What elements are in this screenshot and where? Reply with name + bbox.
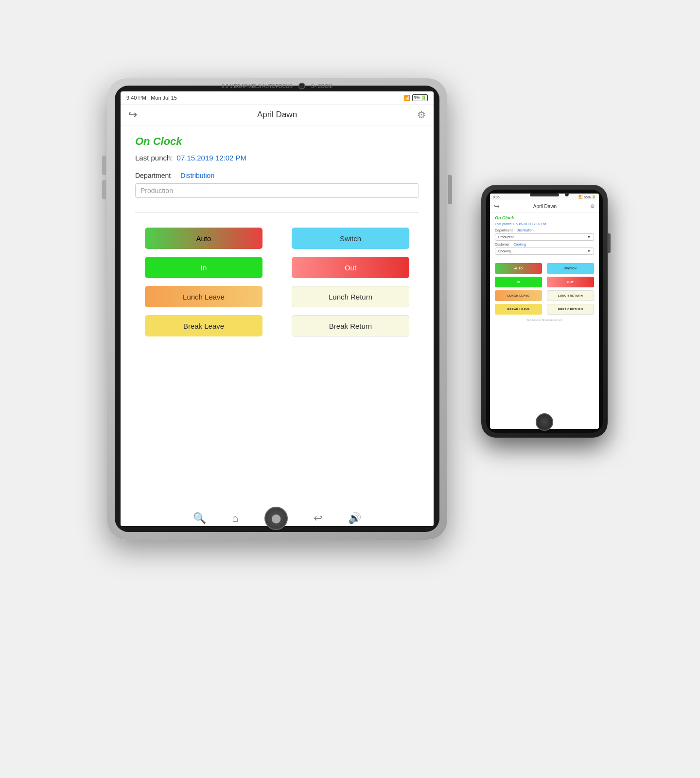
phone-customer-value[interactable]: Cooking — [513, 243, 526, 246]
department-dropdown[interactable]: Production — [135, 183, 419, 198]
tablet-screen: 9:40 PM Mon Jul 15 📶 9% 🔋 ↪ — [121, 91, 434, 526]
in-button[interactable]: In — [145, 257, 262, 278]
content-divider — [135, 212, 419, 213]
phone-auto-button[interactable]: AUTO — [495, 263, 542, 274]
phone-battery-icon: 🔋 — [592, 195, 596, 199]
phone-customer-row: Customer Cooking — [495, 243, 594, 246]
phone-settings-icon[interactable]: ⚙ — [590, 203, 595, 210]
tablet-header: ↪ April Dawn ⚙ — [121, 105, 434, 125]
home-button[interactable]: ⬤ — [264, 507, 288, 530]
phone-break-return-button[interactable]: BREAK RETURN — [547, 304, 594, 315]
tablet-zoom: 5× ZOOM — [311, 84, 332, 89]
home-nav-icon[interactable]: ⌂ — [232, 512, 238, 525]
break-return-button[interactable]: Break Return — [292, 315, 409, 336]
phone-department-dropdown[interactable]: Production ▼ — [495, 233, 594, 241]
phone-front-camera — [565, 193, 569, 196]
on-clock-status: On Clock — [135, 135, 419, 148]
tablet-camera-bar: 6.0 MEGAPIXELS AUTOFOCUS 5× ZOOM — [222, 83, 332, 89]
phone-speaker — [530, 194, 559, 196]
phone-lunch-leave-button[interactable]: LUNCH LEAVE — [495, 290, 542, 301]
tablet-date: Mon Jul 15 — [151, 95, 177, 101]
phone-content: On Clock Last punch: 07-15-2019 12:02 PM… — [490, 212, 599, 429]
phone-battery-percent: 66% — [584, 195, 591, 199]
phone-side-button[interactable] — [608, 233, 611, 253]
switch-button[interactable]: Switch — [292, 228, 409, 249]
scene: 6.0 MEGAPIXELS AUTOFOCUS 5× ZOOM 9:40 PM… — [83, 49, 617, 729]
tablet-power-button[interactable] — [448, 175, 452, 204]
tablet-content: On Clock Last punch: 07.15.2019 12:02 PM… — [121, 125, 434, 526]
phone-last-punch: Last punch: 07-15-2019 12:02 PM — [495, 222, 594, 226]
break-leave-button[interactable]: Break Leave — [145, 315, 262, 336]
home-circle-icon: ⬤ — [271, 513, 281, 524]
lunch-return-button[interactable]: Lunch Return — [292, 286, 409, 307]
tablet-status-bar: 9:40 PM Mon Jul 15 📶 9% 🔋 — [121, 91, 434, 105]
phone-department-row: Department Distribution — [495, 229, 594, 232]
phone-user-name: April Dawn — [533, 204, 557, 209]
phone-status-icons: 📶 66% 🔋 — [578, 195, 596, 199]
phone-tap-hint[interactable]: Tap here to fill entire screen — [495, 318, 594, 321]
department-label: Department — [135, 172, 171, 179]
phone-signal-icon: 📶 — [578, 195, 583, 199]
phone-lunch-return-button[interactable]: LUNCH RETURN — [547, 290, 594, 301]
department-row: Department Distribution — [135, 172, 419, 179]
phone-back-icon[interactable]: ↪ — [494, 202, 500, 210]
tablet-vol-up-button[interactable] — [102, 156, 106, 175]
lunch-leave-button[interactable]: Lunch Leave — [145, 286, 262, 307]
tablet-time: 9:40 PM — [126, 95, 146, 101]
phone-header: ↪ April Dawn ⚙ — [490, 200, 599, 212]
back-nav-icon[interactable]: ↩ — [314, 512, 322, 525]
phone-in-button[interactable]: IN — [495, 277, 542, 287]
last-punch-label: Last punch: — [135, 154, 173, 162]
battery-icon: 🔋 — [421, 95, 426, 100]
battery-percent: 9% — [414, 95, 420, 100]
last-punch-row: Last punch: 07.15.2019 12:02 PM — [135, 154, 419, 162]
tablet-user-name: April Dawn — [257, 110, 297, 120]
phone-on-clock: On Clock — [495, 215, 594, 220]
phone-last-punch-label: Last punch: — [495, 222, 512, 226]
phone-dropdown-arrow: ▼ — [587, 235, 591, 239]
phone-out-button[interactable]: OUT — [547, 277, 594, 287]
phone-customer-label: Customer — [495, 243, 509, 246]
volume-nav-icon[interactable]: 🔊 — [348, 512, 361, 525]
phone-home-button[interactable] — [536, 413, 553, 431]
out-button[interactable]: Out — [292, 257, 409, 278]
phone-switch-button[interactable]: SWITCH — [547, 263, 594, 274]
tablet-camera — [298, 83, 305, 89]
search-nav-icon[interactable]: 🔍 — [193, 512, 206, 525]
auto-button[interactable]: Auto — [145, 228, 262, 249]
tablet-nav-bar: 🔍 ⌂ ⬤ ↩ 🔊 — [180, 507, 374, 530]
phone-department-value[interactable]: Distribution — [517, 229, 534, 232]
phone-customer-dropdown-arrow: ▼ — [587, 249, 591, 253]
back-icon[interactable]: ↪ — [128, 108, 137, 121]
punch-buttons-grid: Auto Switch In Out Lunch Leave Lunch Ret… — [135, 228, 419, 336]
tablet-megapixels: 6.0 MEGAPIXELS AUTOFOCUS — [222, 84, 293, 89]
phone-department-label: Department — [495, 229, 513, 232]
last-punch-value: 07.15.2019 12:02 PM — [177, 154, 246, 162]
department-value[interactable]: Distribution — [180, 172, 214, 179]
phone-customer-dropdown[interactable]: Cooking ▼ — [495, 248, 594, 255]
tablet-device: 6.0 MEGAPIXELS AUTOFOCUS 5× ZOOM 9:40 PM… — [107, 78, 447, 540]
phone-time: 9:35 — [493, 195, 500, 199]
phone-device: 9:35 📶 66% 🔋 ↪ April Dawn ⚙ On Clock — [481, 185, 608, 438]
phone-break-leave-button[interactable]: BREAK LEAVE — [495, 304, 542, 315]
tablet-status-time-date: 9:40 PM Mon Jul 15 — [126, 95, 177, 101]
battery-indicator: 9% 🔋 — [412, 94, 428, 101]
tablet-vol-down-button[interactable] — [102, 180, 106, 199]
phone-punch-buttons-grid: AUTO SWITCH IN OUT LUNCH LEAVE LUNCH RET… — [495, 263, 594, 315]
wifi-icon: 📶 — [403, 95, 410, 101]
phone-last-punch-value: 07-15-2019 12:02 PM — [513, 222, 546, 226]
phone-screen: 9:35 📶 66% 🔋 ↪ April Dawn ⚙ On Clock — [490, 194, 599, 429]
phone-inner: 9:35 📶 66% 🔋 ↪ April Dawn ⚙ On Clock — [486, 190, 603, 433]
tablet-inner: 9:40 PM Mon Jul 15 📶 9% 🔋 ↪ — [115, 86, 439, 532]
phone-content-divider — [495, 259, 594, 259]
tablet-status-right: 📶 9% 🔋 — [403, 94, 428, 101]
settings-icon[interactable]: ⚙ — [417, 109, 426, 121]
